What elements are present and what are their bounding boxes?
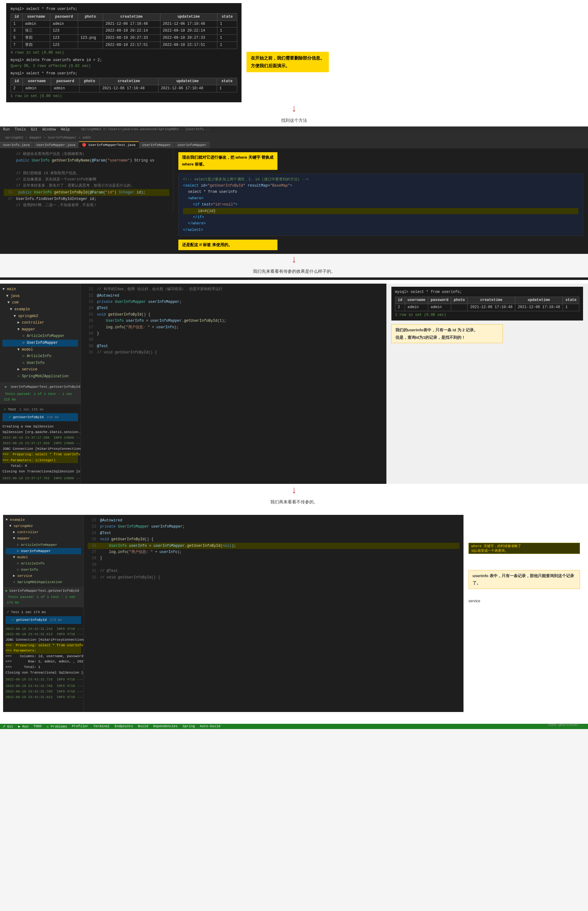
- table-cell: admin: [22, 21, 50, 28]
- tab-usermapper[interactable]: UserInfoMapper: [174, 142, 209, 148]
- tree-model[interactable]: ▼ model: [2, 347, 78, 353]
- check4-icon-1: ✓: [7, 609, 9, 616]
- delete-result: Query OK, 3 rows affected (0.02 sec): [11, 63, 237, 70]
- log4-shutdown2: 2022-08-10 23:42:32.785 INFO 4716 --- [e…: [6, 689, 81, 695]
- tree4-articleinfomapper[interactable]: ○ ArticleInfoMapper: [6, 542, 81, 548]
- rows-result1: 4 rows in set (0.00 sec): [11, 50, 237, 56]
- run4-passed-text: Tests passed: 1 of 1 test - 1 sec 173 ms: [7, 595, 76, 605]
- tree-userinfomapper[interactable]: ○ UserInfoMapper: [2, 340, 78, 347]
- xml-comment1: <!-- select是少量多加上两个属性，1. id (接口中要查到的方法) …: [183, 177, 578, 183]
- run-item-label1: Test: [8, 407, 16, 412]
- bar-problems[interactable]: ⚠ Problems: [47, 725, 67, 728]
- bar-todo[interactable]: TODO: [34, 725, 42, 728]
- delete-cmd: mysql> delete from userinfo where id > 2…: [11, 57, 237, 63]
- tree-service[interactable]: ► service: [2, 366, 78, 373]
- db-table2: id username password photo createtime up…: [11, 78, 237, 92]
- annotation-box-1: 在开始之前，我们需要删除部分信息。方便我们后面演示。: [247, 52, 329, 72]
- code3-line24: 24@Test: [84, 305, 383, 311]
- code-line-comment2: // 我们想根据 id 来取取用户信息。: [4, 170, 170, 177]
- tree4-service[interactable]: ► service: [6, 573, 81, 579]
- tree4-controller[interactable]: ► controller: [6, 529, 81, 535]
- log-last: 2022-08-10 23:37:17.763 INFO 14008 --- […: [2, 474, 78, 483]
- tree4-mapper[interactable]: ▼ mapper: [6, 535, 81, 541]
- code3-line23: 23private UserInfoMapper userInfoMapper;: [84, 299, 383, 305]
- tab-userinfomapper-test[interactable]: 🔴 UserInfoMapperTest.java: [79, 141, 138, 148]
- info-box-4: userinfo 表中，只有一条记录，那他只能查询到这个记录了。: [468, 570, 580, 589]
- table-cell: [78, 21, 103, 28]
- table-cell: 2022-08-10 20:27:33: [160, 35, 217, 42]
- run-item-test[interactable]: ✓ Test 1 sec 215 ms: [2, 405, 78, 413]
- tree-controller[interactable]: ► controller: [2, 319, 78, 326]
- table-cell: 2022-08-10 20:22:14: [160, 28, 217, 35]
- code4-line27: 27 log.info("用户信息: " + userInfo);: [87, 549, 459, 555]
- tab-userinfomapper-java[interactable]: UserInfoMapper.java: [34, 142, 78, 148]
- code3-line29: 29: [84, 337, 383, 343]
- col-username: username: [22, 13, 50, 21]
- tree4-userinfo[interactable]: ○ UserInfo: [6, 567, 81, 573]
- menu-git[interactable]: Git: [31, 127, 38, 132]
- tree-java: ▼ java: [2, 293, 78, 300]
- bar-build[interactable]: Build: [138, 725, 148, 728]
- code4-line24: 24@Test: [87, 530, 459, 536]
- table-cell: 123: [50, 28, 78, 35]
- menu-run[interactable]: Run: [3, 127, 10, 132]
- table-cell: 2022-08-10 22:17:51: [160, 42, 217, 49]
- table-cell: [78, 42, 103, 49]
- tree-userinfo[interactable]: ○ UserInfo: [2, 360, 78, 367]
- mysql-terminal-1: mysql> select * from userinfo; id userna…: [6, 3, 242, 102]
- info-box-3: 我们的userinfo表中，只有一条 id 为 2 记录。但是，查询id为1的记…: [391, 324, 503, 343]
- log-panel-4: 2022-08-10 23:42:32.243 INFO 4716 --- [ …: [3, 625, 84, 712]
- xml-line6: </if>: [183, 214, 578, 220]
- bar-terminal[interactable]: Terminal: [93, 725, 110, 728]
- bar-autobuild[interactable]: Auto-build: [200, 725, 220, 728]
- bar-git[interactable]: ☍ Git: [3, 725, 13, 728]
- bar-run[interactable]: ▶ Run: [18, 725, 29, 728]
- bar-spring[interactable]: Spring: [183, 725, 195, 728]
- arrow3-down: ↓: [291, 486, 297, 496]
- code4-line26: 26 UserInfo userInfo = userInfoMapper.ge…: [87, 543, 459, 549]
- tree-mapper[interactable]: ▼ mapper: [2, 326, 78, 333]
- xml-line5: id=#{id}: [183, 208, 578, 214]
- tree4-userinfomapper[interactable]: ○ UserInfoMapper: [6, 548, 81, 554]
- run4-item-label2: getUserInfoById: [16, 618, 47, 623]
- tree-articleinfo[interactable]: ○ ArticleInfo: [2, 353, 78, 360]
- tree4-springmbb2app[interactable]: ○ SpringMbb2Application: [6, 579, 81, 585]
- log-total: Total: 0: [2, 463, 78, 468]
- section3: ▼ main ▼ java ▼ com ▼ example ▼ springmb…: [0, 284, 588, 484]
- code-block-left: // 根据全名查询用户信息（非模糊查询） public UserInfo get…: [0, 149, 173, 211]
- bar-profiler[interactable]: Profiler: [72, 725, 89, 728]
- menu-window[interactable]: Window: [42, 127, 56, 132]
- table-cell: 1: [11, 21, 23, 28]
- xml-line7: </where>: [183, 220, 578, 227]
- col2-state: state: [217, 78, 237, 85]
- tree-springmbb2app[interactable]: ○ SpringMbb2Application: [2, 373, 78, 380]
- service-label: service: [468, 599, 580, 603]
- log4-row: <== Row: 2, admin, admin, , 2021-12-06 1…: [6, 659, 81, 665]
- ide-tab-bar2: UserInfo.java UserInfoMapper.java 🔴 User…: [0, 141, 588, 149]
- menu-tools[interactable]: Tools: [15, 127, 26, 132]
- tree4-model[interactable]: ▼ model: [6, 554, 81, 561]
- table-cell: admin: [50, 21, 78, 28]
- tree-articleinfomapper[interactable]: ○ ArticleInfoMapper: [2, 333, 78, 340]
- arrow2-label: 我们先来看看有传参的效果是什么样子的。: [253, 267, 335, 277]
- page-wrapper: mysql> select * from userinfo; id userna…: [0, 0, 588, 729]
- table-cell: 1: [217, 35, 237, 42]
- col3-id: id: [395, 297, 405, 304]
- section2: Run Tools Git Window Help SpringMBb2 C:\…: [0, 126, 588, 280]
- tree4-articleinfo[interactable]: ○ ArticleInfo: [6, 561, 81, 567]
- run4-item-test[interactable]: ✓ Test 1 sec 173 ms: [6, 608, 81, 616]
- tab-userinfomapper[interactable]: UserInfoMapper: [139, 142, 174, 148]
- table-cell: 2022-08-10 20:22:14: [103, 28, 160, 35]
- run4-item-getuserinfo[interactable]: ✓ getUserInfoById 173 ms: [6, 616, 81, 624]
- tab-userinfo-java[interactable]: UserInfo.java: [0, 142, 33, 148]
- log4-userinfo: 2022-08-10 23:42:32.716 INFO 4716 --- [ …: [6, 676, 81, 684]
- menu-help[interactable]: Help: [61, 127, 69, 132]
- info-box-4-text: userinfo 表中，只有一条记录，那他只能查询到这个记录了。: [473, 574, 574, 585]
- tree-com: ▼ com: [2, 300, 78, 306]
- run-item-getuserinfo[interactable]: ✓ getUserInfoById 215 ms: [2, 413, 78, 421]
- col2-password: password: [51, 78, 79, 85]
- ide-tab-bar: springmb2 › mapper › UserInfoMapper › ad…: [0, 133, 588, 141]
- bar-dependencies[interactable]: Dependencies: [153, 725, 178, 728]
- arrow3-label: 我们再来看看不传参的。: [270, 498, 318, 508]
- bar-endpoints[interactable]: Endpoints: [115, 725, 133, 728]
